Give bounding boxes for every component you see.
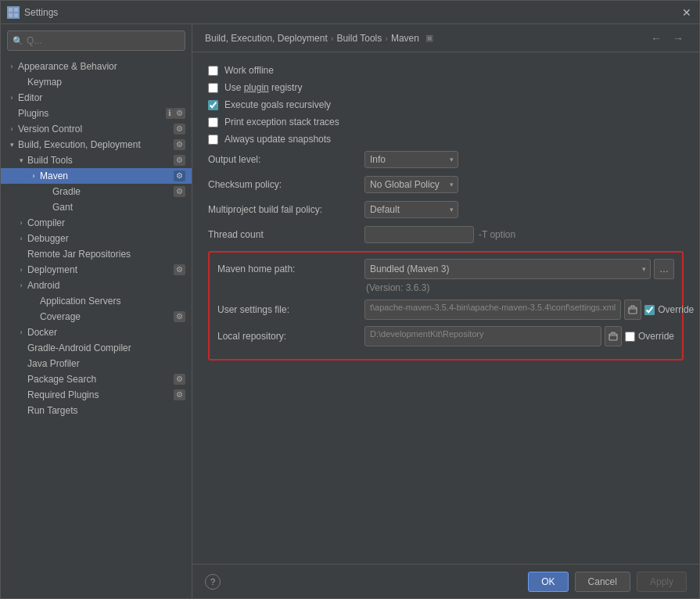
thread-count-input[interactable]	[364, 226, 474, 243]
use-plugin-label: Use plugin registry	[224, 82, 302, 93]
thread-count-row: Thread count -T option	[208, 226, 684, 243]
apply-button[interactable]: Apply	[637, 572, 687, 592]
dep-badge: ⚙	[174, 264, 185, 275]
sidebar-item-coverage[interactable]: Coverage ⚙	[1, 309, 192, 325]
sidebar-item-build-exec[interactable]: Build, Execution, Deployment ⚙	[1, 137, 192, 152]
maven-home-select-wrap: Bundled (Maven 3) ▾	[364, 259, 651, 279]
search-input[interactable]	[27, 35, 180, 46]
multiproject-policy-select[interactable]: Default Never After	[364, 201, 458, 218]
user-settings-control: t\apache-maven-3.5.4-bin\apache-maven-3.…	[364, 300, 694, 320]
sidebar-item-docker[interactable]: Docker	[1, 325, 192, 340]
breadcrumb-sep-1: ›	[331, 34, 334, 43]
local-repo-row: Local repository: D:\developmentKit\Repo…	[217, 326, 674, 346]
sidebar-label: Debugger	[27, 233, 185, 244]
sidebar-item-run-targets[interactable]: Run Targets	[1, 403, 192, 418]
sidebar-item-java-profiler[interactable]: Java Profiler	[1, 356, 192, 371]
sidebar-item-build-tools[interactable]: Build Tools ⚙	[1, 152, 192, 168]
maven-home-control: Bundled (Maven 3) ▾ …	[364, 259, 674, 279]
bottom-bar: ? OK Cancel Apply	[192, 564, 699, 598]
arrow-icon	[7, 62, 16, 71]
local-repo-override: Override	[625, 331, 674, 342]
user-settings-override-checkbox[interactable]	[644, 305, 655, 315]
maven-home-label: Maven home path:	[217, 264, 364, 274]
local-repo-label: Local repository:	[217, 331, 364, 342]
edit-icon: ▣	[425, 33, 433, 43]
work-offline-checkbox[interactable]	[208, 66, 218, 76]
breadcrumb-bar: Build, Execution, Deployment › Build Too…	[192, 24, 699, 52]
svg-rect-1	[14, 8, 18, 12]
user-settings-row: User settings file: t\apache-maven-3.5.4…	[217, 300, 674, 320]
nav-back-button[interactable]: ←	[648, 30, 665, 46]
multiproject-policy-row: Multiproject build fail policy: Default …	[208, 201, 684, 218]
output-level-select[interactable]: Info Debug Quiet	[364, 151, 458, 168]
always-update-checkbox[interactable]	[208, 135, 218, 145]
sidebar-label: Gradle-Android Compiler	[27, 343, 185, 353]
breadcrumb-maven: Maven	[391, 33, 419, 44]
sidebar-item-android[interactable]: Android	[1, 278, 192, 293]
sidebar-item-compiler[interactable]: Compiler	[1, 215, 192, 231]
sidebar-label: Application Servers	[40, 296, 185, 307]
maven-home-select[interactable]: Bundled (Maven 3)	[364, 259, 651, 279]
cancel-button[interactable]: Cancel	[575, 572, 630, 592]
checksum-policy-select[interactable]: No Global Policy Ignore Warn Fail	[364, 176, 458, 193]
svg-rect-2	[9, 13, 13, 17]
vc-badge: ⚙	[174, 124, 185, 135]
sidebar-item-gradle[interactable]: Gradle ⚙	[1, 184, 192, 199]
sidebar-item-plugins[interactable]: Plugins ℹ ⚙	[1, 106, 192, 121]
titlebar: Settings ✕	[1, 1, 699, 24]
sidebar-item-version-control[interactable]: Version Control ⚙	[1, 121, 192, 137]
breadcrumb-nav: ← →	[648, 30, 687, 46]
cov-badge: ⚙	[174, 311, 185, 322]
sidebar-item-app-servers[interactable]: Application Servers	[1, 293, 192, 309]
help-button[interactable]: ?	[205, 574, 221, 590]
settings-content: Work offline Use plugin registry Execute…	[192, 52, 699, 564]
sidebar-item-keymap[interactable]: Keymap	[1, 74, 192, 90]
sidebar-item-debugger[interactable]: Debugger	[1, 231, 192, 246]
execute-goals-checkbox[interactable]	[208, 100, 218, 110]
sidebar-item-package-search[interactable]: Package Search ⚙	[1, 371, 192, 387]
output-level-select-wrap: Info Debug Quiet ▾	[364, 151, 458, 168]
always-update-row: Always update snapshots	[208, 134, 684, 145]
user-settings-browse-button[interactable]	[624, 300, 641, 320]
use-plugin-row: Use plugin registry	[208, 82, 684, 93]
ok-button[interactable]: OK	[528, 572, 568, 592]
app-icon	[7, 6, 20, 19]
sidebar-item-gradle-android[interactable]: Gradle-Android Compiler	[1, 340, 192, 356]
user-settings-label: User settings file:	[217, 304, 364, 315]
nav-forward-button[interactable]: →	[669, 30, 687, 46]
local-repo-control: D:\developmentKit\Repository Override	[364, 326, 674, 346]
maven-section: Maven home path: Bundled (Maven 3) ▾ …	[208, 251, 684, 360]
sidebar-item-deployment[interactable]: Deployment ⚙	[1, 262, 192, 278]
thread-count-hint: -T option	[479, 229, 515, 240]
sidebar-item-editor[interactable]: Editor	[1, 90, 192, 106]
output-level-row: Output level: Info Debug Quiet ▾	[208, 151, 684, 168]
print-exceptions-checkbox[interactable]	[208, 117, 218, 127]
close-button[interactable]: ✕	[680, 6, 693, 19]
sidebar-item-gant[interactable]: Gant	[1, 199, 192, 215]
local-repo-override-label: Override	[638, 331, 674, 342]
svg-rect-3	[14, 13, 18, 17]
local-repo-browse-button[interactable]	[605, 326, 622, 346]
sidebar-label: Android	[27, 280, 185, 291]
window-title: Settings	[24, 7, 680, 18]
thread-count-control: -T option	[364, 226, 684, 243]
maven-home-browse-button[interactable]: …	[654, 259, 674, 279]
sidebar: 🔍 Appearance & Behavior Keymap Editor	[1, 24, 192, 598]
checksum-policy-select-wrap: No Global Policy Ignore Warn Fail ▾	[364, 176, 458, 193]
user-settings-path: t\apache-maven-3.5.4-bin\apache-maven-3.…	[364, 300, 621, 320]
use-plugin-checkbox[interactable]	[208, 83, 218, 93]
sidebar-item-maven[interactable]: Maven ⚙	[1, 168, 192, 184]
breadcrumb-tools[interactable]: Build Tools	[336, 33, 382, 44]
search-box[interactable]: 🔍	[7, 30, 185, 51]
sidebar-item-remote-jar[interactable]: Remote Jar Repositories	[1, 246, 192, 262]
bt-badge: ⚙	[174, 155, 185, 166]
settings-window: Settings ✕ 🔍 Appearance & Behavior Keyma…	[0, 0, 700, 599]
sidebar-item-required-plugins[interactable]: Required Plugins ⚙	[1, 387, 192, 403]
svg-rect-5	[609, 334, 617, 340]
local-repo-override-checkbox[interactable]	[625, 332, 635, 342]
sidebar-label: Coverage	[40, 311, 174, 322]
breadcrumb-build[interactable]: Build, Execution, Deployment	[205, 33, 328, 44]
multiproject-policy-control: Default Never After ▾	[364, 201, 684, 218]
sidebar-item-appearance[interactable]: Appearance & Behavior	[1, 59, 192, 74]
sidebar-label: Docker	[27, 327, 185, 338]
